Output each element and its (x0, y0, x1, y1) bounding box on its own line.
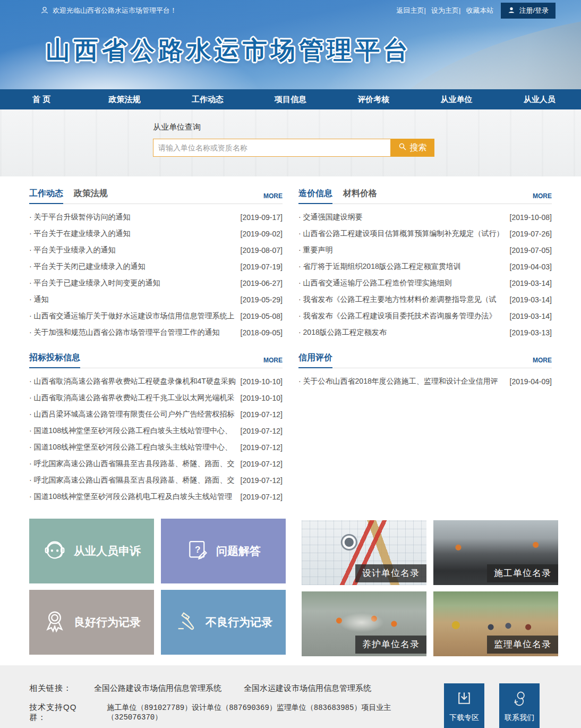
news-title[interactable]: 国道108线神堂堡至砂河段公路工程白坡头主线站管理中心、 (29, 426, 237, 436)
more-link[interactable]: MORE (533, 357, 552, 368)
news-title[interactable]: 国道108线神堂堡至砂河段公路机电工程及白坡头主线站管理 (29, 492, 237, 502)
tile-label: 良好行为记录 (74, 615, 141, 630)
news-title[interactable]: 关于加强和规范山西省公路市场管理平台管理工作的通知 (29, 328, 237, 337)
news-date: [2019-04-09] (510, 377, 552, 386)
news-title[interactable]: 山西吕梁环城高速公路管理有限责任公司户外广告经营权招标 (29, 410, 237, 419)
tile-bad-records[interactable]: 不良行为记录 (161, 590, 286, 655)
photo-design-directory[interactable]: 设计单位名录 (302, 520, 426, 585)
list-item: 关于平台升级暂停访问的通知[2019-09-17] (29, 209, 283, 225)
list-item: 平台关于已建业绩录入时间变更的通知[2019-06-27] (29, 275, 283, 291)
news-title[interactable]: 关于平台升级暂停访问的通知 (29, 213, 237, 222)
topbar-welcome: 欢迎光临山西省公路水运市场管理平台！ (40, 6, 177, 16)
news-title[interactable]: 呼北国家高速公路山西省隰县至吉县段路基、桥隧、路面、交 (29, 476, 237, 485)
news-date: [2019-10-10] (241, 377, 283, 386)
news-date: [2019-03-14] (510, 279, 552, 287)
section-bidding: 招标投标信息 MORE 山西省取消高速公路省界收费站工程硬盘录像机和4T硬盘采购… (29, 351, 283, 505)
list-item: 我省发布《公路工程建设项目委托技术咨询服务管理办法》[2019-03-14] (298, 308, 552, 324)
news-date: [2019-07-12] (241, 460, 283, 468)
list-item: 呼北国家高速公路山西省隰县至吉县段路基、桥隧、路面、交[2019-07-12] (29, 472, 283, 488)
link-return-home[interactable]: 返回主页| (397, 6, 426, 15)
news-title[interactable]: 通知 (29, 295, 237, 304)
link-national-highway-credit[interactable]: 全国公路建设市场信用信息管理系统 (94, 683, 221, 693)
news-title[interactable]: 交通强国建设纲要 (298, 213, 507, 222)
nav-item-units[interactable]: 从业单位 (415, 89, 498, 109)
topbar: 欢迎光临山西省公路水运市场管理平台！ 返回主页| 设为主页| 收藏本站 注册/登… (0, 0, 581, 21)
tab-policy[interactable]: 政策法规 (74, 188, 108, 204)
list-item: 关于公布山西省2018年度公路施工、监理和设计企业信用评[2019-04-09] (298, 373, 552, 390)
news-title[interactable]: 关于公布山西省2018年度公路施工、监理和设计企业信用评 (298, 377, 507, 386)
nav-item-personnel[interactable]: 从业人员 (498, 89, 581, 109)
news-date: [2019-07-26] (510, 230, 552, 238)
more-link[interactable]: MORE (263, 357, 283, 368)
welcome-text: 欢迎光临山西省公路水运市场管理平台！ (53, 6, 177, 15)
qq-support-label: 技术支持QQ群： (29, 702, 93, 723)
user-icon (508, 6, 515, 15)
nav-item-project-info[interactable]: 项目信息 (249, 89, 332, 109)
footer-button-label: 下载专区 (449, 713, 479, 723)
news-title[interactable]: 省厅将于近期组织2018版公路工程定额宣贯培训 (298, 262, 507, 272)
tab-material-price[interactable]: 材料价格 (343, 188, 377, 204)
news-title[interactable]: 2018版公路工程定额发布 (298, 328, 507, 337)
chat-bubbles-icon (511, 690, 528, 708)
tile-personnel-appeal[interactable]: 从业人员申诉 (29, 519, 154, 583)
search-button[interactable]: 搜索 (390, 139, 434, 157)
news-date: [2019-03-14] (510, 312, 552, 320)
list-item: 平台关于关闭已建业绩录入的通知[2019-07-19] (29, 258, 283, 275)
footer-button-label: 联系我们 (505, 713, 534, 723)
list-item: 呼北国家高速公路山西省隰县至吉县段路基、桥隧、路面、交[2019-07-12] (29, 455, 283, 472)
list-item: 省厅将于近期组织2018版公路工程定额宣贯培训[2019-04-03] (298, 258, 552, 275)
tab-bidding[interactable]: 招标投标信息 (29, 352, 80, 368)
news-date: [2019-07-19] (241, 263, 283, 271)
news-title[interactable]: 我省发布《公路工程主要地方性材料价差调整指导意见（试 (298, 295, 507, 304)
section-header: 造价信息 材料价格 MORE (298, 187, 552, 204)
gavel-icon (174, 609, 199, 636)
link-favorite[interactable]: 收藏本站 (466, 6, 493, 15)
list-item: 山西省公路工程建设项目估算概算预算编制补充规定（试行）[2019-07-26] (298, 225, 552, 242)
news-title[interactable]: 重要声明 (298, 246, 507, 255)
qq-support-row: 技术支持QQ群： 施工单位（891027789）设计单位（887690369）监… (29, 702, 444, 723)
more-link[interactable]: MORE (533, 192, 552, 204)
news-date: [2019-09-02] (241, 230, 283, 238)
news-title[interactable]: 山西省取消高速公路省界收费站工程硬盘录像机和4T硬盘采购 (29, 377, 237, 386)
news-title[interactable]: 平台关于业绩录入的通知 (29, 246, 237, 255)
nav-item-home[interactable]: 首 页 (0, 89, 83, 109)
nav-item-policy[interactable]: 政策法规 (83, 89, 166, 109)
tab-cost-info[interactable]: 造价信息 (298, 188, 332, 204)
download-zone-button[interactable]: 下载专区 (444, 683, 484, 728)
news-title[interactable]: 平台关于在建业绩录入的通知 (29, 229, 237, 239)
nav-item-evaluation[interactable]: 评价考核 (332, 89, 415, 109)
nav-item-work-news[interactable]: 工作动态 (166, 89, 249, 109)
work-news-list: 关于平台升级暂停访问的通知[2019-09-17] 平台关于在建业绩录入的通知[… (29, 209, 283, 341)
news-title[interactable]: 呼北国家高速公路山西省隰县至吉县段路基、桥隧、路面、交 (29, 459, 237, 469)
link-national-waterway-credit[interactable]: 全国水运建设市场信用信息管理系统 (244, 683, 371, 693)
medal-icon (42, 609, 67, 636)
photo-supervision-directory[interactable]: 监理单位名录 (433, 591, 558, 656)
news-title[interactable]: 平台关于关闭已建业绩录入的通知 (29, 262, 237, 272)
bidding-list: 山西省取消高速公路省界收费站工程硬盘录像机和4T硬盘采购[2019-10-10]… (29, 373, 283, 505)
more-link[interactable]: MORE (263, 192, 283, 204)
register-login-button[interactable]: 注册/登录 (501, 3, 556, 19)
list-item: 山西省交通运输厅关于做好水运建设市场信用信息管理系统上[2019-05-08] (29, 308, 283, 324)
list-item: 关于加强和规范山西省公路市场管理平台管理工作的通知[2018-09-05] (29, 324, 283, 341)
photo-maintenance-directory[interactable]: 养护单位名录 (302, 591, 426, 656)
news-title[interactable]: 平台关于已建业绩录入时间变更的通知 (29, 278, 237, 288)
footer-buttons: 下载专区 联系我们 (444, 683, 540, 728)
news-title[interactable]: 山西省交通运输厅关于做好水运建设市场信用信息管理系统上 (29, 311, 237, 321)
link-set-home[interactable]: 设为主页| (431, 6, 460, 15)
news-title[interactable]: 山西省公路工程建设项目估算概算预算编制补充规定（试行） (298, 229, 507, 239)
tile-qa[interactable]: ? 问题解答 (161, 519, 286, 583)
news-title[interactable]: 山西省交通运输厅公路工程造价管理实施细则 (298, 278, 507, 288)
news-title[interactable]: 山西省取消高速公路省界收费站工程千兆工业以太网光端机采 (29, 393, 237, 403)
contact-us-button[interactable]: 联系我们 (499, 683, 540, 728)
news-title[interactable]: 国道108线神堂堡至砂河段公路工程白坡头主线站管理中心、 (29, 443, 237, 452)
section-header: 招标投标信息 MORE (29, 351, 283, 368)
news-title[interactable]: 我省发布《公路工程建设项目委托技术咨询服务管理办法》 (298, 311, 507, 321)
news-date: [2019-03-13] (510, 328, 552, 337)
footer: 相关链接： 全国公路建设市场信用信息管理系统 全国水运建设市场信用信息管理系统 … (0, 665, 581, 728)
tab-credit[interactable]: 信用评价 (298, 352, 332, 368)
photo-construction-directory[interactable]: 施工单位名录 (433, 520, 558, 585)
tile-good-records[interactable]: 良好行为记录 (29, 590, 154, 655)
user-icon (40, 6, 49, 16)
search-input[interactable] (153, 139, 390, 157)
tab-work-news[interactable]: 工作动态 (29, 188, 63, 204)
